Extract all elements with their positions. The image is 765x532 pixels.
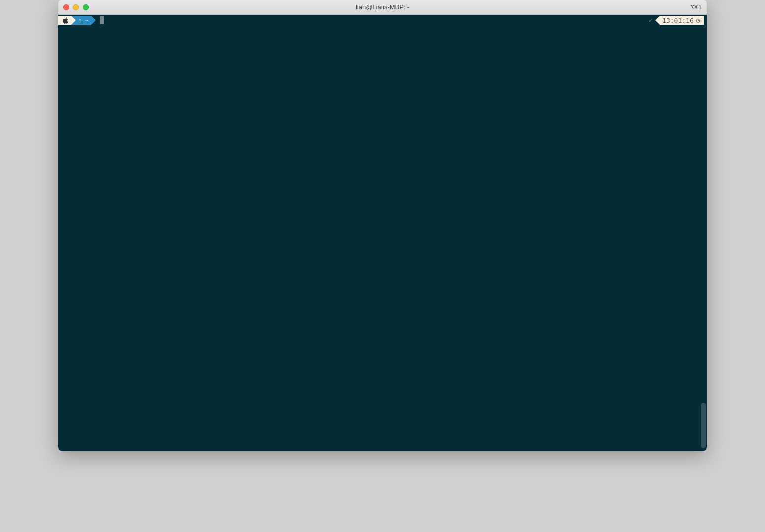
window-title: lian@Lians-MBP:~	[58, 3, 707, 11]
segment-separator-icon	[91, 16, 96, 25]
maximize-button[interactable]	[83, 4, 89, 10]
home-icon: ⌂	[78, 17, 82, 24]
time-segment: 13:01:16 ◷	[660, 16, 704, 25]
segment-separator-icon	[71, 16, 76, 25]
prompt-right: ✓ 13:01:16 ◷	[648, 16, 704, 25]
clock-icon: ◷	[696, 17, 700, 24]
traffic-lights	[63, 4, 89, 10]
window-titlebar[interactable]: lian@Lians-MBP:~ ⌥⌘1	[58, 0, 707, 15]
minimize-button[interactable]	[73, 4, 79, 10]
terminal-window: lian@Lians-MBP:~ ⌥⌘1 ⌂ ~	[58, 0, 707, 451]
prompt-path: ~	[85, 17, 88, 24]
scrollbar[interactable]	[701, 403, 706, 448]
terminal-body[interactable]: ⌂ ~ ✓ 13:01:16 ◷	[58, 15, 707, 451]
segment-separator-icon	[655, 16, 660, 25]
check-icon: ✓	[649, 17, 652, 24]
prompt-line: ⌂ ~ ✓ 13:01:16 ◷	[58, 16, 707, 25]
prompt-left: ⌂ ~	[58, 16, 104, 25]
cursor[interactable]	[100, 16, 104, 24]
prompt-os-segment	[58, 16, 71, 25]
status-check: ✓	[648, 16, 655, 25]
clock-time: 13:01:16	[662, 17, 694, 24]
close-button[interactable]	[63, 4, 69, 10]
apple-icon	[62, 17, 69, 24]
hotkey-hint: ⌥⌘1	[691, 3, 702, 11]
